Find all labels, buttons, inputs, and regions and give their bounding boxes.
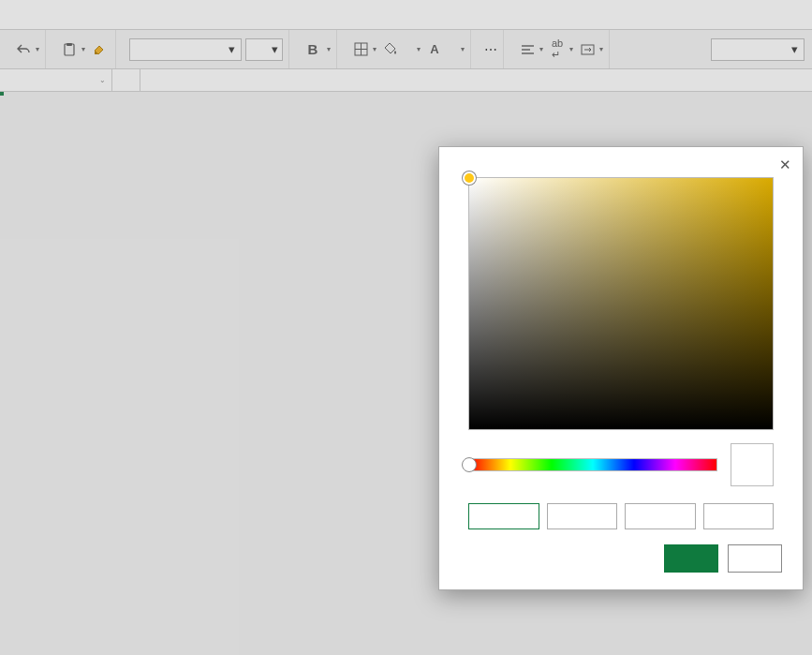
number-format-select[interactable]: ▾ [711, 38, 805, 61]
formula-bar-row: ⌄ [0, 69, 812, 92]
undo-button[interactable]: ▾ [13, 39, 39, 60]
custom-colors-dialog: ✕ [438, 146, 804, 590]
saturation-value-picker[interactable] [468, 177, 774, 430]
borders-button[interactable]: ▾ [350, 39, 376, 60]
more-icon[interactable]: ⋯ [484, 42, 497, 57]
chevron-down-icon: ▾ [791, 42, 798, 56]
font-color-button[interactable]: A ▾ [424, 39, 465, 60]
format-painter-icon[interactable] [89, 39, 110, 60]
bold-button[interactable]: B [303, 39, 323, 60]
cancel-button[interactable] [728, 544, 782, 573]
font-size-select[interactable]: ▾ [245, 38, 283, 61]
fx-label[interactable] [112, 69, 140, 91]
font-color-swatch [446, 48, 459, 51]
formula-input[interactable] [140, 69, 812, 91]
fill-color-swatch [402, 48, 415, 51]
wrap-text-button[interactable]: ab↵ ▾ [547, 39, 573, 60]
svg-rect-1 [66, 43, 72, 46]
paste-button[interactable]: ▾ [59, 39, 85, 60]
blue-input[interactable] [703, 503, 775, 529]
hex-input[interactable] [468, 503, 539, 529]
merge-button[interactable]: ▾ [577, 39, 603, 60]
chevron-down-icon: ▾ [272, 42, 278, 56]
color-preview-swatch [731, 443, 774, 486]
green-input[interactable] [625, 503, 696, 529]
close-icon[interactable]: ✕ [779, 156, 791, 173]
more-font-icon[interactable]: ▾ [327, 45, 331, 53]
chevron-down-icon: ▾ [229, 42, 235, 56]
fill-color-button[interactable]: ▾ [380, 39, 421, 60]
name-box[interactable]: ⌄ [0, 69, 112, 91]
chevron-down-icon: ⌄ [99, 76, 106, 84]
ribbon-toolbar: ▾ ▾ ▾ ▾ B ▾ ▾ ▾ A [0, 30, 812, 69]
sv-thumb[interactable] [463, 171, 476, 185]
hue-thumb[interactable] [462, 457, 477, 472]
ok-button[interactable] [664, 544, 718, 573]
selection-outline [0, 92, 4, 96]
align-button[interactable]: ▾ [517, 39, 543, 60]
hue-slider[interactable] [468, 458, 717, 471]
ribbon-tabs [0, 0, 812, 30]
font-name-select[interactable]: ▾ [129, 38, 242, 61]
red-input[interactable] [547, 503, 618, 529]
